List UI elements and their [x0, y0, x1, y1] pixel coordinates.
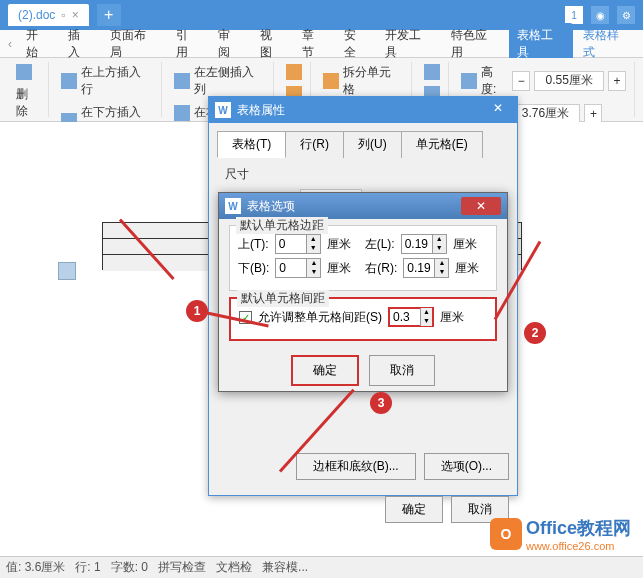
width-plus[interactable]: + [584, 104, 602, 124]
height-label: 高度: [481, 64, 508, 98]
width-input[interactable]: 3.76厘米 [510, 104, 580, 124]
height-row: 高度: − 0.55厘米 + [457, 62, 630, 100]
status-wordcount: 字数: 0 [111, 559, 148, 576]
status-spellcheck[interactable]: 拼写检查 [158, 559, 206, 576]
height-minus[interactable]: − [512, 71, 530, 91]
merge-icon [286, 64, 302, 80]
bottom-unit: 厘米 [327, 260, 351, 277]
border-shading-button[interactable]: 边框和底纹(B)... [296, 453, 416, 480]
close-tab-icon[interactable]: × [72, 8, 79, 22]
options-ok-button[interactable]: 确定 [291, 355, 359, 386]
right-input[interactable]: ▲▼ [403, 258, 449, 278]
height-plus[interactable]: + [608, 71, 626, 91]
delete-icon [16, 64, 32, 80]
wps-icon: W [225, 198, 241, 214]
options-cancel-button[interactable]: 取消 [369, 355, 435, 386]
merge-cells[interactable] [282, 62, 306, 82]
annotation-badge-3: 3 [370, 392, 392, 414]
status-doccheck[interactable]: 文档检 [216, 559, 252, 576]
ok-button[interactable]: 确定 [385, 496, 443, 523]
autofit-1[interactable] [420, 62, 444, 82]
page-thumbnail-icon[interactable] [58, 262, 76, 280]
delete-label[interactable]: 删除 [12, 84, 44, 122]
spacing-group: 默认单元格间距 ✓ 允许调整单元格间距(S) ▲▼ 厘米 [229, 297, 497, 341]
annotation-badge-1: 1 [186, 300, 208, 322]
right-unit: 厘米 [455, 260, 479, 277]
tab-column[interactable]: 列(U) [343, 131, 402, 158]
menu-back-icon[interactable]: ‹ [4, 37, 16, 51]
tab-table[interactable]: 表格(T) [217, 131, 286, 158]
tab-row[interactable]: 行(R) [285, 131, 344, 158]
allow-spacing-label: 允许调整单元格间距(S) [258, 309, 382, 326]
menu-bar: ‹ 开始 插入 页面布局 引用 审阅 视图 章节 安全 开发工具 特色应用 表格… [0, 30, 643, 58]
options-titlebar[interactable]: W 表格选项 ✕ [219, 193, 507, 219]
dialog-titlebar[interactable]: W 表格属性 ✕ [209, 97, 517, 123]
bottom-input[interactable]: ▲▼ [275, 258, 321, 278]
dialog-tabs: 表格(T) 行(R) 列(U) 单元格(E) [209, 123, 517, 158]
watermark-logo-icon: O [490, 518, 522, 550]
size-label: 尺寸 [225, 166, 501, 183]
left-label: 左(L): [365, 236, 395, 253]
status-compat[interactable]: 兼容模... [262, 559, 308, 576]
wps-icon: W [215, 102, 231, 118]
split-icon [323, 73, 339, 89]
document-name: (2).doc [18, 8, 55, 22]
top-input[interactable]: ▲▼ [275, 234, 321, 254]
height-icon [461, 73, 477, 89]
insert-col-left[interactable]: 在左侧插入列 [170, 62, 270, 100]
split-cell[interactable]: 拆分单元格 [319, 62, 407, 100]
close-icon[interactable]: ✕ [493, 101, 511, 119]
margins-group: 默认单元格边距 上(T): ▲▼ 厘米 左(L): ▲▼ 厘米 下(B): ▲▼… [229, 225, 497, 291]
annotation-badge-2: 2 [524, 322, 546, 344]
left-input[interactable]: ▲▼ [401, 234, 447, 254]
top-unit: 厘米 [327, 236, 351, 253]
status-line: 行: 1 [75, 559, 100, 576]
options-title: 表格选项 [247, 198, 295, 215]
bottom-label: 下(B): [238, 260, 269, 277]
dialog-title: 表格属性 [237, 102, 285, 119]
status-value: 值: 3.6厘米 [6, 559, 65, 576]
autofit-icon [424, 64, 440, 80]
top-label: 上(T): [238, 236, 269, 253]
left-unit: 厘米 [453, 236, 477, 253]
watermark-brand: Office教程网 [526, 516, 631, 540]
tab-cell[interactable]: 单元格(E) [401, 131, 483, 158]
status-bar: 值: 3.6厘米 行: 1 字数: 0 拼写检查 文档检 兼容模... [0, 556, 643, 578]
row-above-icon [61, 73, 77, 89]
cloud-icon[interactable]: ◉ [591, 6, 609, 24]
options-button[interactable]: 选项(O)... [424, 453, 509, 480]
spacing-label: 默认单元格间距 [237, 290, 329, 307]
settings-icon[interactable]: ⚙ [617, 6, 635, 24]
col-left-icon [174, 73, 190, 89]
spacing-input[interactable]: ▲▼ [388, 307, 434, 327]
margins-label: 默认单元格边距 [236, 217, 328, 234]
table-options-dialog: W 表格选项 ✕ 默认单元格边距 上(T): ▲▼ 厘米 左(L): ▲▼ 厘米… [218, 192, 508, 392]
watermark: O Office教程网 www.office26.com [490, 516, 631, 552]
col-right-icon [174, 105, 190, 121]
delete-button[interactable] [12, 62, 44, 82]
tab-menu-icon[interactable]: ▫ [61, 8, 65, 22]
right-label: 右(R): [365, 260, 397, 277]
spacing-unit: 厘米 [440, 309, 464, 326]
insert-row-above[interactable]: 在上方插入行 [57, 62, 157, 100]
height-input[interactable]: 0.55厘米 [534, 71, 604, 91]
badge-count[interactable]: 1 [565, 6, 583, 24]
close-icon[interactable]: ✕ [461, 197, 501, 215]
watermark-url: www.office26.com [526, 540, 631, 552]
